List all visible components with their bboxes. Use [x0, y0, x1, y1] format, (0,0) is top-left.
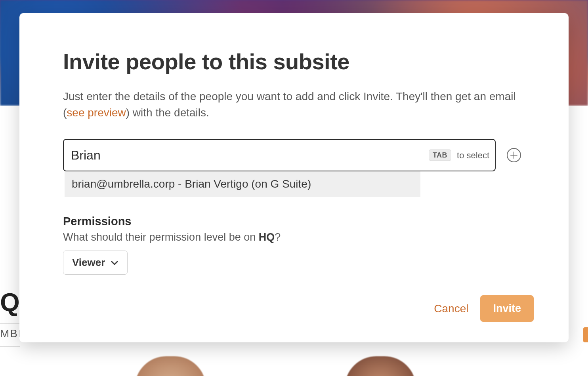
permission-role-select[interactable]: Viewer	[63, 251, 128, 275]
plus-icon	[510, 152, 517, 159]
cancel-button[interactable]: Cancel	[434, 302, 468, 315]
input-hint: TAB to select	[429, 150, 489, 161]
tab-key-badge: TAB	[429, 150, 451, 161]
permissions-site-name: HQ	[259, 231, 275, 243]
invite-input-wrapper: TAB to select brian@umbrella.corp - Bria…	[63, 139, 496, 171]
side-badge	[583, 327, 588, 342]
autocomplete-dropdown: brian@umbrella.corp - Brian Vertigo (on …	[65, 171, 420, 197]
permissions-heading: Permissions	[63, 215, 521, 228]
permissions-section: Permissions What should their permission…	[63, 215, 521, 275]
chevron-down-icon	[111, 260, 118, 266]
hint-text: to select	[457, 150, 489, 160]
permissions-question: What should their permission level be on…	[63, 231, 521, 243]
permissions-question-suffix: ?	[275, 231, 281, 243]
divider-line	[0, 346, 20, 347]
invite-input-row: TAB to select brian@umbrella.corp - Bria…	[63, 139, 521, 171]
desc-text-2: ) with the details.	[126, 106, 209, 119]
page-title-initial: Q	[0, 288, 20, 317]
avatar-blur	[135, 356, 206, 376]
modal-footer: Cancel Invite	[434, 295, 534, 322]
permission-role-label: Viewer	[72, 256, 105, 269]
invite-button[interactable]: Invite	[480, 295, 534, 322]
invite-modal: Invite people to this subsite Just enter…	[19, 13, 569, 342]
see-preview-link[interactable]: see preview	[67, 106, 126, 119]
add-more-button[interactable]	[507, 148, 521, 162]
autocomplete-suggestion[interactable]: brian@umbrella.corp - Brian Vertigo (on …	[65, 171, 420, 197]
modal-title: Invite people to this subsite	[63, 49, 521, 74]
avatar-blur	[345, 356, 416, 376]
modal-description: Just enter the details of the people you…	[63, 89, 521, 121]
divider-line	[0, 323, 20, 324]
permissions-question-prefix: What should their permission level be on	[63, 231, 259, 243]
